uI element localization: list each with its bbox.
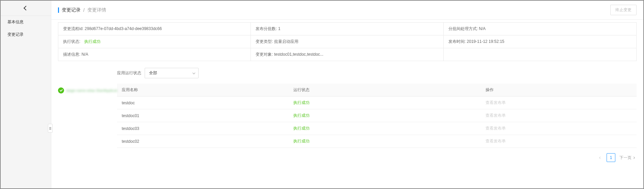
menu-icon (49, 127, 51, 130)
filter-label: 应用运行状态 (117, 70, 141, 76)
filter-row: 应用运行状态 全部 (117, 68, 637, 84)
chevron-down-icon (193, 71, 195, 74)
cell-action: 查看发布单 (481, 97, 637, 109)
info-value: 298d677e-07dd-4bd3-a74d-dee39833dc66 (85, 26, 162, 31)
view-release-link[interactable]: 查看发布单 (486, 126, 506, 131)
info-label: 执行状态: (63, 39, 80, 44)
select-value: 全部 (149, 71, 157, 75)
table-row: testdoc执行成功查看发布单 (117, 97, 637, 109)
info-publish-time: 发布时间: 2019-11-12 19:52:15 (444, 35, 636, 48)
apps-table: 应用名称 运行状态 操作 testdoc执行成功查看发布单testdoc01执行… (117, 84, 637, 148)
info-value: 1 (278, 26, 281, 31)
page-prev-button[interactable] (596, 153, 605, 162)
info-flow-id: 变更流程id: 298d677e-07dd-4bd3-a74d-dee39833… (58, 23, 251, 35)
breadcrumb-root[interactable]: 变更记录 (62, 7, 81, 13)
info-change-type: 变更类型: 批量启动应用 (251, 35, 443, 48)
cell-action: 查看发布单 (481, 135, 637, 148)
chevron-left-icon (599, 156, 601, 159)
view-release-link[interactable]: 查看发布单 (486, 139, 506, 143)
info-batch-count: 发布分批数: 1 (251, 23, 443, 35)
cell-app-name: testdoc02 (117, 135, 289, 148)
info-label: 发布分批数: (256, 26, 277, 31)
info-value: 2019-11-12 19:52:15 (467, 39, 504, 44)
info-table: 变更流程id: 298d677e-07dd-4bd3-a74d-dee39833… (58, 22, 637, 61)
info-batch-mode: 分批间处理方式: N/A (444, 23, 636, 35)
col-header-name: 应用名称 (117, 84, 289, 97)
page-next-button[interactable]: 下一页 (617, 153, 637, 162)
table-row: testdoc02执行成功查看发布单 (117, 135, 637, 148)
table-column: 应用运行状态 全部 应用名称 运行状态 操作 testdoc执行成功查看发布单t… (117, 68, 637, 167)
main-content: 变更记录 / 变更详情 终止变更 变更流程id: 298d677e-07dd-4… (51, 1, 643, 188)
cell-action: 查看发布单 (481, 109, 637, 122)
view-release-link[interactable]: 查看发布单 (486, 100, 506, 105)
back-button[interactable] (1, 1, 51, 16)
info-label: 变更对象: (256, 52, 273, 57)
cell-status: 执行成功 (289, 97, 481, 109)
check-circle-icon (58, 87, 64, 93)
sidebar-item-change-log[interactable]: 变更记录 (1, 28, 51, 41)
stage-label: stage-name-edas-StartApplicat... (66, 88, 117, 92)
breadcrumb: 变更记录 / 变更详情 (58, 7, 106, 13)
info-label: 发布时间: (448, 39, 466, 44)
info-value: 执行成功 (84, 39, 100, 44)
breadcrumb-current: 变更详情 (87, 7, 106, 13)
pagination: 1 下一页 (117, 148, 637, 167)
info-value: N/A (479, 26, 486, 31)
sidebar-collapse-handle[interactable] (48, 124, 53, 133)
status-select[interactable]: 全部 (145, 68, 199, 78)
cell-status: 执行成功 (289, 122, 481, 135)
info-value: N/A (82, 52, 88, 57)
table-row: testdoc01执行成功查看发布单 (117, 109, 637, 122)
cell-action: 查看发布单 (481, 122, 637, 135)
col-header-action: 操作 (481, 84, 637, 97)
table-row: testdoc03执行成功查看发布单 (117, 122, 637, 135)
cell-app-name: testdoc01 (117, 109, 289, 122)
page-next-label: 下一页 (619, 155, 632, 161)
cell-status: 执行成功 (289, 135, 481, 148)
info-label: 分批间处理方式: (448, 26, 478, 31)
info-exec-status: 执行状态: 执行成功 (58, 35, 251, 48)
stop-change-button[interactable]: 终止变更 (610, 5, 637, 15)
main-section: stage-name-edas-StartApplicat... 应用运行状态 … (58, 68, 637, 167)
stage-item[interactable]: stage-name-edas-StartApplicat... (58, 87, 117, 93)
info-empty (444, 48, 636, 61)
breadcrumb-separator: / (83, 7, 85, 13)
info-target: 变更对象: testdoc01,testdoc,testdoc... (251, 48, 443, 61)
info-label: 描述信息: (63, 52, 80, 57)
view-release-link[interactable]: 查看发布单 (486, 113, 506, 118)
header: 变更记录 / 变更详情 终止变更 (51, 1, 643, 20)
info-description: 描述信息: N/A (58, 48, 251, 61)
sidebar-item-label: 基本信息 (7, 20, 24, 24)
cell-app-name: testdoc (117, 97, 289, 109)
info-label: 变更流程id: (63, 26, 84, 31)
sidebar-item-basic-info[interactable]: 基本信息 (1, 16, 51, 28)
info-label: 变更类型: (256, 39, 273, 44)
cell-app-name: testdoc03 (117, 122, 289, 135)
info-value: testdoc01,testdoc,testdoc... (274, 52, 323, 57)
sidebar: 基本信息 变更记录 (1, 1, 51, 188)
info-value: 批量启动应用 (274, 39, 298, 44)
chevron-right-icon (633, 156, 635, 159)
col-header-status: 运行状态 (289, 84, 481, 97)
stage-column: stage-name-edas-StartApplicat... (58, 68, 117, 167)
chevron-left-icon (23, 6, 28, 10)
sidebar-item-label: 变更记录 (7, 32, 24, 37)
breadcrumb-accent (58, 7, 59, 13)
page-number-button[interactable]: 1 (607, 153, 615, 162)
cell-status: 执行成功 (289, 109, 481, 122)
